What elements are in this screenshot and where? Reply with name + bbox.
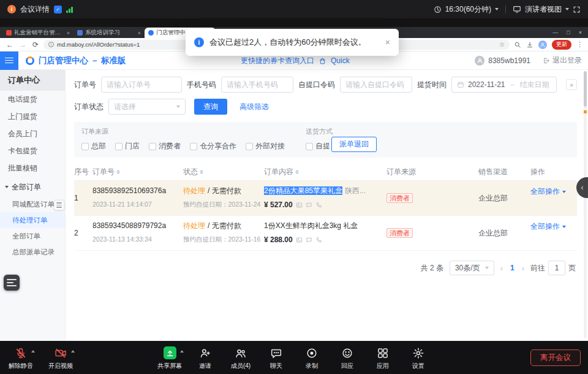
checkbox[interactable] <box>306 143 313 150</box>
settings-button[interactable]: 设置 <box>402 345 434 370</box>
view-mode-caret-icon[interactable] <box>565 8 569 10</box>
meeting-info-icon[interactable]: i <box>7 5 16 13</box>
date-start-value[interactable]: 2022-11-21 <box>468 80 505 89</box>
security-shield-icon[interactable]: ✓ <box>54 6 62 13</box>
phone-input[interactable] <box>221 77 293 93</box>
order-no-input[interactable] <box>101 77 182 93</box>
quick-link[interactable]: Quick <box>331 56 350 65</box>
advanced-filter-link[interactable]: 高级筛选 <box>239 102 269 112</box>
fullscreen-icon[interactable] <box>573 6 581 13</box>
window-close-button[interactable]: × <box>579 29 582 36</box>
sort-icon[interactable] <box>116 170 120 175</box>
source-option-hq[interactable]: 总部 <box>81 141 106 151</box>
username[interactable]: 8385wb1991 <box>488 56 530 65</box>
browser-tab[interactable]: 礼盒营销平台管理中心 × <box>2 28 74 38</box>
panel-expand-icon[interactable]: » <box>566 79 577 90</box>
checkbox[interactable] <box>246 143 253 150</box>
video-options-caret[interactable] <box>71 350 75 353</box>
browser-menu-icon[interactable]: ⋮ <box>576 40 583 48</box>
all-actions-dropdown[interactable]: 全部操作 <box>530 221 573 232</box>
record-button[interactable]: 录制 <box>296 345 328 370</box>
browser-tab[interactable]: 系统培训学习 × <box>74 28 145 38</box>
message-icon[interactable] <box>306 202 312 208</box>
reaction-button[interactable]: 回应 <box>331 345 363 370</box>
next-page-button[interactable]: › <box>522 264 524 273</box>
back-button[interactable]: ← <box>5 41 15 48</box>
window-maximize-button[interactable]: □ <box>567 29 570 36</box>
invite-button[interactable]: 邀请 <box>189 345 221 370</box>
meeting-timer[interactable]: 16:30(60分钟) <box>445 4 491 15</box>
chat-button[interactable]: 聊天 <box>260 345 292 370</box>
dispatch-return-button[interactable]: 派单退回 <box>331 137 377 152</box>
page-scrollbar[interactable] <box>584 71 587 338</box>
floating-toolbar-button[interactable] <box>4 275 20 291</box>
tab-close-icon[interactable]: × <box>67 30 70 36</box>
checkbox[interactable] <box>190 143 197 150</box>
checkbox[interactable] <box>81 143 89 150</box>
sidebar-item-phone-pickup[interactable]: 电话提货 <box>0 91 65 108</box>
apps-button[interactable]: 应用 <box>367 345 399 370</box>
col-order-no[interactable]: 订单号 <box>92 167 183 177</box>
bookmark-star-icon[interactable]: ☆ <box>499 41 505 48</box>
phone-icon[interactable] <box>315 202 322 208</box>
hamburger-menu-button[interactable] <box>0 52 18 70</box>
sidebar-item-card-pickup[interactable]: 卡包提货 <box>0 142 65 159</box>
timer-caret-icon[interactable] <box>495 8 499 10</box>
pickup-code-input[interactable] <box>340 77 412 93</box>
sidebar-item-door-pickup[interactable]: 上门提货 <box>0 108 65 125</box>
sort-icon[interactable] <box>200 170 203 175</box>
message-icon[interactable] <box>306 237 312 243</box>
goto-page-input[interactable] <box>548 261 565 275</box>
tab-close-icon[interactable]: × <box>138 30 141 36</box>
page-size-select[interactable]: 30条/页 <box>450 261 494 275</box>
phone-icon[interactable] <box>315 237 322 243</box>
coupon-query-link[interactable]: 更快捷的券卡查询入口 <box>241 56 314 66</box>
image-icon[interactable] <box>296 237 303 243</box>
sidebar-item-member-visit[interactable]: 会员上门 <box>0 125 65 142</box>
meeting-detail-label[interactable]: 会议详情 <box>20 4 50 15</box>
site-info-icon[interactable]: i <box>48 42 54 47</box>
date-end-placeholder[interactable]: 结束日期 <box>520 80 549 90</box>
reload-button[interactable]: ⟳ <box>31 41 40 48</box>
col-content[interactable]: 订单内容 <box>264 167 386 177</box>
order-status-select[interactable]: 请选择 <box>108 99 186 115</box>
checkbox[interactable] <box>149 143 156 150</box>
download-icon[interactable] <box>526 41 533 48</box>
sidebar-item-batch-verify[interactable]: 批量核销 <box>0 159 65 177</box>
checkbox[interactable] <box>115 143 123 150</box>
table-row[interactable]: 1 83859389251069376a 2023-11-21 14:14:07… <box>74 181 577 216</box>
user-avatar-icon[interactable] <box>475 56 484 66</box>
leave-meeting-button[interactable]: 离开会议 <box>530 349 581 366</box>
current-page[interactable]: 1 <box>509 264 516 272</box>
logout-button[interactable]: 退出登录 <box>543 55 582 66</box>
sidebar-section-order-center[interactable]: 订单中心 <box>0 70 65 91</box>
members-button[interactable]: 成员(4) <box>225 345 257 370</box>
sidebar-group-all-orders[interactable]: 全部订单 <box>0 178 65 196</box>
source-option-external[interactable]: 外部对接 <box>246 141 285 151</box>
sidebar-sub-all-orders[interactable]: 全部订单 <box>0 228 65 244</box>
profile-avatar-icon[interactable] <box>538 40 547 49</box>
mic-options-caret[interactable] <box>31 350 35 353</box>
source-option-store[interactable]: 门店 <box>115 141 140 151</box>
search-button[interactable]: 查询 <box>194 99 227 115</box>
all-actions-dropdown[interactable]: 全部操作 <box>530 186 573 197</box>
browser-update-button[interactable]: 更新 <box>552 40 571 50</box>
window-minimize-button[interactable]: — <box>552 29 558 36</box>
delivery-option-pickup[interactable]: 自提 <box>306 141 330 151</box>
share-options-caret[interactable] <box>180 350 184 353</box>
table-row[interactable]: 2 83859345088979792a 2023-11-13 14:33:34… <box>74 216 577 251</box>
forward-button[interactable]: → <box>18 41 28 48</box>
source-option-consumer[interactable]: 消费者 <box>149 141 181 151</box>
scrollbar-thumb[interactable] <box>584 71 587 107</box>
sidebar-drag-handle[interactable] <box>54 200 64 210</box>
unmute-button[interactable]: 解除静音 <box>5 345 37 370</box>
prev-page-button[interactable]: ‹ <box>500 264 503 273</box>
sidebar-sub-pending-orders[interactable]: 待处理订单 <box>0 212 65 228</box>
image-icon[interactable] <box>296 202 303 208</box>
search-icon[interactable] <box>514 41 521 48</box>
share-screen-button[interactable]: 共享屏幕 <box>154 345 186 370</box>
col-status[interactable]: 状态 <box>183 167 264 177</box>
sort-icon[interactable] <box>295 170 299 175</box>
source-option-coop[interactable]: 仓分享合作 <box>190 141 236 151</box>
view-mode-label[interactable]: 演讲者视图 <box>525 4 562 15</box>
